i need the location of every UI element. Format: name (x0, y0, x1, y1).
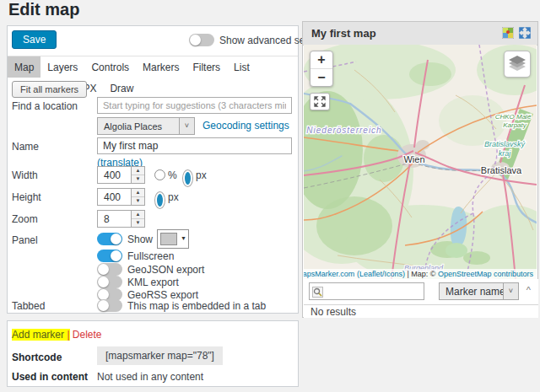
tab-map[interactable]: Map (8, 56, 40, 78)
map-preview-panel: My first map (302, 21, 538, 318)
width-stepper[interactable]: 400 ▲▼ (97, 166, 145, 184)
height-px-label: px (168, 191, 179, 203)
find-location-label: Find a location (12, 100, 78, 112)
map-label-chko-2: Karpaty (503, 121, 527, 129)
marker-filter-select[interactable]: Marker name ˅ (439, 282, 519, 300)
leaflet-icons-link[interactable]: (Leaflet/Icons) (357, 270, 405, 278)
save-button[interactable]: Save (12, 30, 57, 49)
tabbed-toggle[interactable] (97, 299, 122, 312)
collapse-list-button[interactable]: ^ (526, 285, 531, 295)
kml-export-toggle[interactable] (97, 276, 122, 288)
marker-results-list: No results (304, 305, 538, 318)
map-thumbnail-icon[interactable] (502, 27, 514, 39)
stepper-arrows-icon[interactable]: ▲▼ (131, 211, 144, 227)
marker-search-input[interactable] (309, 282, 424, 300)
stepper-arrows-icon[interactable]: ▲▼ (131, 167, 144, 183)
zoom-in-button[interactable]: + (310, 51, 332, 69)
map-label-kraj-1: Bratislavský (484, 140, 526, 148)
marker-search-bar: Marker name ˅ ^ (304, 279, 538, 305)
tab-draw[interactable]: Draw (103, 78, 140, 99)
tab-layers[interactable]: Layers (40, 56, 84, 78)
tab-filters[interactable]: Filters (186, 56, 227, 78)
geocoding-settings-link[interactable]: Geocoding settings (202, 120, 289, 132)
openstreetmap-link[interactable]: OpenStreetMap contributors (438, 270, 533, 278)
kml-export-label: KML export (127, 277, 179, 288)
fit-all-markers-button[interactable]: Fit all markers (12, 81, 87, 98)
map-panel-header: My first map (303, 22, 537, 46)
width-px-label: px (196, 169, 207, 181)
geojson-export-label: GeoJSON export (127, 264, 204, 276)
panel-label: Panel (12, 234, 38, 246)
map-label-wien: Wien (403, 154, 424, 164)
show-advanced-settings-toggle[interactable] (189, 34, 214, 46)
height-px-radio[interactable] (154, 191, 165, 209)
map-name-input[interactable] (97, 137, 292, 154)
width-percent-label: % (168, 169, 177, 181)
map-attribution: MapsMarker.com (Leaflet/Icons) | Map: © … (304, 269, 537, 279)
marker-actions: Add marker | Delete (12, 329, 102, 341)
tab-controls[interactable]: Controls (84, 56, 136, 78)
height-stepper[interactable]: 400 ▲▼ (97, 188, 145, 206)
geojson-export-toggle[interactable] (97, 263, 122, 276)
color-swatch (160, 233, 177, 245)
map-fullscreen-button[interactable] (310, 93, 330, 110)
shortcode-value: [mapsmarker map="78"] (97, 346, 223, 365)
fullscreen-toggle[interactable] (97, 250, 122, 262)
width-percent-radio[interactable] (154, 169, 165, 180)
chevron-down-icon: ˅ (179, 118, 194, 134)
width-px-radio[interactable] (182, 169, 193, 187)
panel-fullscreen-icon[interactable] (519, 27, 531, 39)
dropdown-arrow-icon: ▼ (181, 235, 186, 241)
width-label: Width (12, 169, 38, 181)
add-marker-link[interactable]: Add marker (12, 329, 64, 341)
tabbed-text: This map is embedded in a tab (127, 300, 266, 312)
tabbed-label: Tabbed (12, 300, 45, 312)
height-label: Height (12, 191, 41, 203)
panel-show-label: Show (127, 234, 153, 245)
zoom-value: 8 (104, 213, 110, 225)
width-value: 400 (104, 169, 121, 181)
search-icon (312, 286, 323, 297)
panel-show-toggle[interactable] (97, 233, 122, 245)
height-value: 400 (104, 191, 121, 203)
name-label: Name (12, 141, 39, 153)
tab-list[interactable]: List (227, 56, 256, 78)
no-results-text: No results (310, 306, 356, 318)
action-separator: | (67, 329, 69, 341)
stepper-arrows-icon[interactable]: ▲▼ (131, 189, 144, 205)
settings-tabbar: MapLayersControlsMarkersFiltersListInter… (8, 56, 298, 78)
layers-control-icon[interactable] (504, 51, 531, 78)
find-location-input[interactable] (97, 97, 292, 114)
marker-filter-value: Marker name (446, 286, 505, 298)
map-label-bratislava: Bratislava (481, 165, 522, 175)
map-panel-title: My first map (311, 27, 376, 40)
geocoding-provider-value: Algolia Places (104, 121, 162, 132)
add-marker-highlight: Add marker | (12, 329, 70, 341)
zoom-label: Zoom (12, 213, 38, 225)
attribution-map-prefix: | Map: © (407, 270, 435, 278)
map-label-state: Niederösterreich (306, 126, 381, 135)
mapsmarker-link[interactable]: MapsMarker.com (304, 270, 354, 278)
map-label-chko-1: CHKO Malé (495, 113, 532, 121)
fullscreen-label: Fullscreen (127, 250, 174, 262)
map-tiles: Niederösterreich Wien Bratislava CHKO Ma… (304, 45, 537, 279)
shortcode-label: Shortcode (12, 352, 62, 363)
edit-map-screen: Edit map Save Show advanced settings Map… (0, 0, 540, 392)
geocoding-provider-select[interactable]: Algolia Places ˅ (97, 117, 195, 135)
delete-map-link[interactable]: Delete (73, 329, 102, 341)
used-in-content-label: Used in content (12, 371, 88, 383)
map-label-kraj-2: kraj (499, 149, 512, 158)
map-canvas[interactable]: Niederösterreich Wien Bratislava CHKO Ma… (304, 45, 537, 279)
map-zoom-control: + − (310, 51, 333, 87)
georss-export-label: GeoRSS export (127, 289, 198, 301)
panel-color-picker[interactable]: ▼ (157, 229, 189, 249)
chevron-down-icon: ˅ (503, 283, 518, 299)
used-in-content-value: Not used in any content (97, 371, 203, 383)
tab-markers[interactable]: Markers (136, 56, 186, 78)
page-title: Edit map (8, 0, 79, 19)
zoom-stepper[interactable]: 8 ▲▼ (97, 210, 145, 228)
zoom-out-button[interactable]: − (310, 69, 332, 86)
